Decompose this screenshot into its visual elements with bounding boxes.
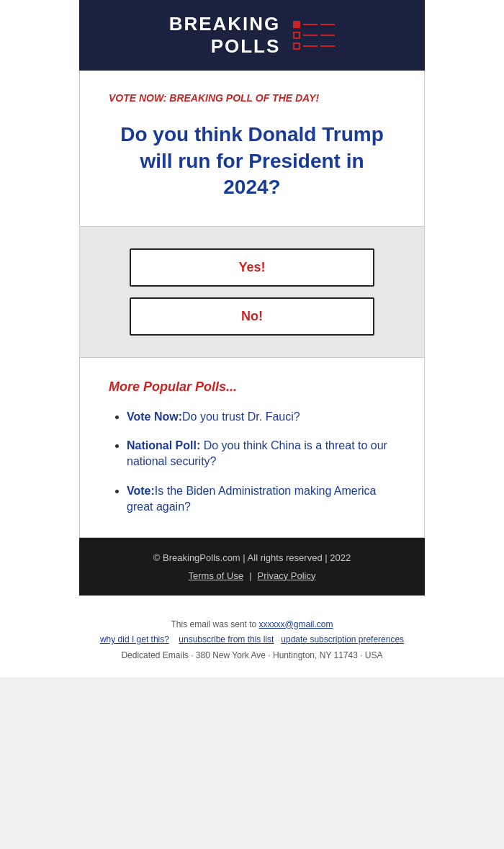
poll-item-label-2: National Poll: [127, 439, 200, 452]
email-sent-to: This email was sent to xxxxxx@gmail.com [14, 617, 490, 633]
list-item: Vote Now:Do you trust Dr. Fauci? [127, 409, 395, 425]
line-icon-1 [303, 24, 318, 25]
no-button[interactable]: No! [130, 297, 374, 336]
line-icon-6 [320, 45, 335, 47]
poll-list: Vote Now:Do you trust Dr. Fauci? Nationa… [109, 409, 395, 516]
main-container: BREAKING POLLS [79, 0, 425, 596]
vote-now-label: VOTE NOW: BREAKING POLL OF THE DAY! [109, 92, 395, 104]
checkbox-icon-1 [293, 21, 300, 28]
list-item: Vote:Is the Biden Administration making … [127, 483, 395, 516]
poll-item-label-3: Vote: [127, 485, 155, 497]
poll-item-text-3: Is the Biden Administration making Ameri… [127, 485, 377, 513]
line-icon-4 [320, 35, 335, 36]
more-polls-section: More Popular Polls... Vote Now:Do you tr… [79, 358, 425, 538]
vote-buttons-section: Yes! No! [79, 227, 425, 358]
vote-now-italic: BREAKING POLL OF THE DAY! [169, 92, 319, 104]
update-prefs-link[interactable]: update subscription preferences [281, 634, 404, 644]
checkbox-icon-3 [293, 42, 300, 50]
why-link[interactable]: why did I get this? [100, 634, 169, 644]
list-item: National Poll: Do you think China is a t… [127, 438, 395, 470]
logo-icon [293, 21, 335, 50]
poll-header-section: VOTE NOW: BREAKING POLL OF THE DAY! Do y… [79, 71, 425, 226]
email-address: Dedicated Emails · 380 New York Ave · Hu… [14, 648, 490, 664]
email-pref-links: why did I get this? unsubscribe from thi… [14, 632, 490, 648]
poll-question: Do you think Donald Trump will run for P… [109, 114, 395, 207]
line-icon-2 [320, 24, 335, 25]
more-polls-title: More Popular Polls... [109, 379, 395, 395]
line-icon-5 [303, 45, 318, 47]
unsubscribe-link[interactable]: unsubscribe from this list [179, 634, 274, 644]
privacy-link[interactable]: Privacy Policy [258, 570, 316, 581]
footer-links: Terms of Use | Privacy Policy [101, 570, 403, 581]
poll-item-text-1: Do you trust Dr. Fauci? [182, 410, 300, 423]
footer-separator: | [249, 570, 251, 581]
poll-item-label-1: Vote Now: [127, 410, 182, 423]
yes-button[interactable]: Yes! [130, 248, 374, 287]
footer-copyright: © BreakingPolls.com | All rights reserve… [101, 552, 403, 563]
email-footer: This email was sent to xxxxxx@gmail.com … [0, 596, 504, 678]
header: BREAKING POLLS [79, 0, 425, 71]
line-icon-3 [303, 35, 318, 36]
email-sent-prefix: This email was sent to [171, 619, 259, 629]
email-address-link[interactable]: xxxxxx@gmail.com [259, 619, 333, 629]
logo-text: BREAKING POLLS [169, 13, 281, 58]
checkbox-icon-2 [293, 32, 300, 39]
terms-link[interactable]: Terms of Use [189, 570, 244, 581]
footer: © BreakingPolls.com | All rights reserve… [79, 538, 425, 596]
email-wrapper: BREAKING POLLS [0, 0, 504, 678]
